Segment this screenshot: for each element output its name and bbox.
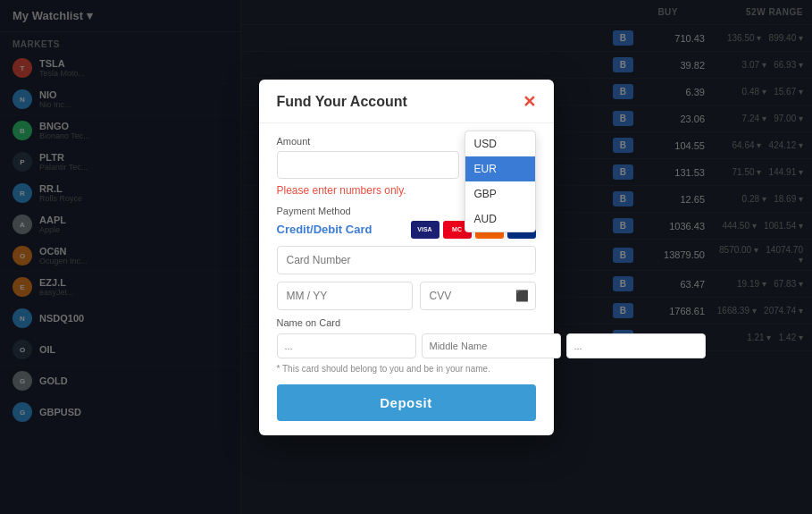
middle-name-input[interactable] <box>422 333 561 358</box>
card-number-group <box>277 246 536 274</box>
name-row <box>277 333 536 358</box>
expiry-cvv-row: ⬛ <box>277 282 536 310</box>
expiry-input[interactable] <box>277 282 413 310</box>
modal-header: Fund Your Account ✕ <box>259 80 554 123</box>
fund-account-modal: Fund Your Account ✕ Amount GBP USD EUR A… <box>259 80 554 435</box>
close-button[interactable]: ✕ <box>523 94 536 110</box>
last-name-input[interactable] <box>566 333 706 358</box>
modal-title: Fund Your Account <box>277 94 407 110</box>
first-name-input[interactable] <box>277 333 416 358</box>
modal-body: Amount GBP USD EUR AUD ▾ USD EUR <box>259 123 554 435</box>
card-icon-small: ⬛ <box>515 290 529 302</box>
cvv-wrapper: ⬛ <box>420 282 536 310</box>
card-number-input[interactable] <box>277 246 536 274</box>
name-hint: * This card should belong to you and be … <box>277 364 536 374</box>
visa-icon: VISA <box>411 221 439 239</box>
currency-option-aud[interactable]: AUD <box>465 206 535 232</box>
deposit-button[interactable]: Deposit <box>277 384 536 421</box>
currency-option-gbp[interactable]: GBP <box>465 181 535 206</box>
payment-method-text[interactable]: Credit/Debit Card <box>277 223 373 236</box>
amount-input[interactable] <box>277 151 459 179</box>
modal-overlay: Fund Your Account ✕ Amount GBP USD EUR A… <box>0 0 812 514</box>
currency-option-eur[interactable]: EUR <box>465 156 535 181</box>
currency-option-usd[interactable]: USD <box>465 131 535 156</box>
name-on-card-label: Name on Card <box>277 317 536 328</box>
